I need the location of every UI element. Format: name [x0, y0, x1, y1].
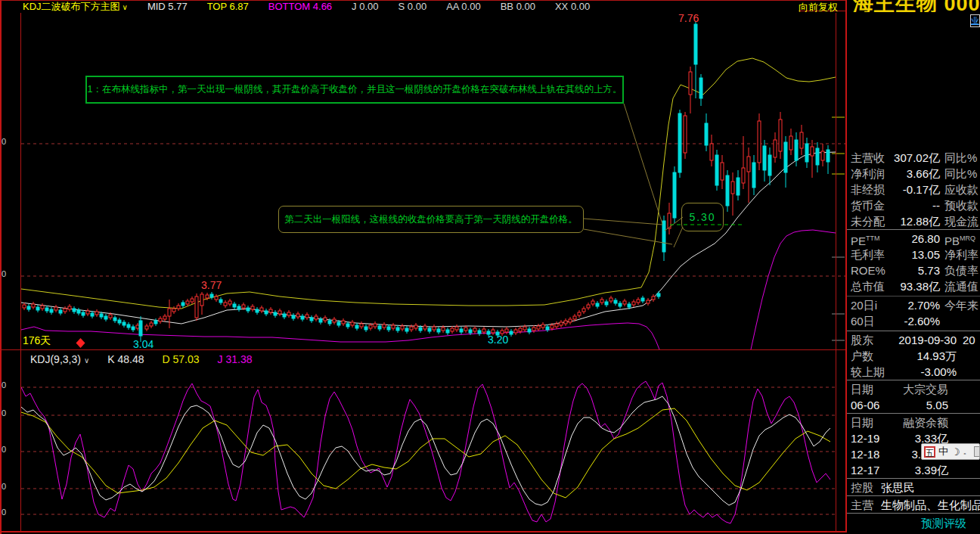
- link-button[interactable]: 业: [970, 14, 980, 27]
- chevron-down-icon: ∨: [122, 3, 128, 11]
- indicator-value: S 0.00: [399, 1, 427, 12]
- chevron-down-icon: ∨: [84, 356, 89, 365]
- price-tag-530: 5.30: [681, 203, 724, 231]
- row-value: 93.38亿: [890, 278, 940, 294]
- kdj-axis-fragment: 0: [2, 446, 6, 454]
- low-price-label-1: 3.04: [133, 339, 154, 349]
- days-count-label: 176天: [23, 335, 51, 346]
- row-right-label: 同比%: [944, 150, 980, 166]
- row-value: 14.93万: [890, 348, 957, 364]
- holders-section: 股东2019-09-3020户数14.93万较上期-3.00%: [847, 332, 980, 380]
- row-label: 未分配: [851, 213, 890, 229]
- separator: [847, 331, 980, 331]
- row-value: 张思民: [881, 480, 980, 495]
- row-value: 3.66亿: [890, 166, 940, 182]
- annotation-note-1: 1：在布林线指标中，第一天出现一根阴线，其开盘价高于收盘价，并且这一根阴线的开盘…: [85, 76, 624, 104]
- row-label: 20日i: [851, 297, 890, 313]
- forecast-rating-link[interactable]: 预测评级: [921, 517, 966, 531]
- row-label: 较上期: [851, 364, 890, 380]
- row-date: 06-06: [851, 397, 890, 413]
- annotation-note-2: 第二天出一根阳线，这根线的收盘价格要高于第一天阴线的开盘价格。: [278, 206, 584, 233]
- kdj-title: KDJ(9,3,3): [30, 353, 81, 365]
- momentum-row: 20日i2.70%今年来: [847, 297, 980, 313]
- financial-row: 主营收307.02亿同比%: [847, 150, 980, 166]
- valuation-row: PETTM26.80PBMRQ: [847, 231, 980, 247]
- block-trade-section: 日期大宗交易06-065.05: [847, 381, 980, 413]
- annotation-text: 第二天出一根阳线，这根线的收盘价格要高于第一天阴线的开盘价格。: [284, 213, 578, 226]
- holder-row: 股东2019-09-3020: [847, 332, 980, 348]
- row-right-label: 同比%: [944, 166, 980, 182]
- low-price-label-2: 3.20: [488, 334, 508, 345]
- valuation-row: 毛利率13.05净利率: [847, 247, 980, 262]
- financial-row: 货币金--预收款: [847, 197, 980, 213]
- link-text: 业: [971, 16, 979, 25]
- stock-name-text: 海王生物 0000: [853, 0, 980, 12]
- col-header: 日期: [851, 381, 890, 397]
- separator: [847, 478, 980, 479]
- border-bottom: [0, 531, 980, 532]
- main-axis-fragment: 0: [2, 270, 6, 278]
- separator: [847, 296, 980, 296]
- row-label: 股东: [851, 332, 890, 348]
- row-value: -2.60%: [890, 313, 940, 329]
- row-date: 12-18: [851, 446, 890, 462]
- row-value: 2019-09-30: [890, 332, 957, 348]
- main-axis-fragment: 0: [2, 138, 6, 146]
- indicator-value: BB 0.00: [501, 1, 535, 12]
- indicator-value: TOP 6.87: [207, 1, 249, 12]
- peak-price-label: 3.77: [201, 280, 222, 290]
- separator: [847, 513, 980, 514]
- row-value: 2.70%: [890, 297, 940, 313]
- margin-row: 12-173.39亿: [847, 462, 980, 478]
- controller-section: 控股张思民: [847, 480, 980, 495]
- kdj-header: KDJ(9,3,3)∨ K 48.48 D 57.03 J 31.38: [0, 350, 845, 368]
- row-label: 户数: [851, 348, 890, 364]
- kdj-indicator-selector[interactable]: KDJ(9,3,3)∨: [30, 353, 89, 365]
- row-value: 26.80: [890, 231, 940, 247]
- stock-name: 海王生物 0000: [853, 0, 980, 12]
- app-window: 1.81.51.20.90.60.3020182019 KDJ二波破布下方主图∨…: [0, 0, 980, 534]
- col-header: 日期: [851, 414, 890, 430]
- row-date: 12-17: [851, 462, 890, 478]
- col-header: 大宗交易: [890, 381, 980, 397]
- financial-row: 未分配12.88亿现金流: [847, 213, 980, 229]
- kdj-j-value: J 31.38: [218, 353, 253, 365]
- ime-lang-button[interactable]: 中: [938, 445, 948, 458]
- indicator-selector[interactable]: KDJ二波破布下方主图∨: [23, 0, 128, 14]
- indicator-value: BOTTOM 4.66: [268, 1, 332, 12]
- row-label: 总市值: [851, 278, 890, 294]
- row-value: 3.39亿: [890, 462, 980, 478]
- holder-row: 较上期-3.00%: [847, 364, 980, 380]
- row-right-label: 净利率: [944, 247, 980, 262]
- row-right-label: [944, 313, 980, 329]
- row-value: 生物制品、生化制品: [881, 497, 980, 513]
- row-value: -3.00%: [890, 364, 957, 380]
- kdj-axis-fragment: 0: [2, 409, 6, 418]
- annotation-text: 1：在布林线指标中，第一天出现一根阴线，其开盘价高于收盘价，并且这一根阴线的开盘…: [88, 83, 622, 96]
- momentum-row: 60日-2.60%: [847, 313, 980, 329]
- price-tag-text: 5.30: [689, 211, 715, 223]
- ime-wubi-button[interactable]: 五: [924, 446, 935, 458]
- indicator-value: XX 0.00: [555, 1, 590, 12]
- row-value: 307.02亿: [890, 150, 940, 166]
- adjust-mode-button[interactable]: 向前复权: [799, 1, 838, 14]
- row-label: ROE%: [851, 262, 890, 278]
- holder-row: 户数14.93万: [847, 348, 980, 364]
- border-left: [0, 0, 2, 534]
- kdj-axis-fragment: 0: [2, 508, 6, 517]
- row-right-label: 负债率: [944, 262, 980, 278]
- ime-clipped-button[interactable]: [974, 446, 980, 457]
- indicator-name: KDJ二波破布下方主图: [23, 1, 120, 12]
- valuation-row: ROE%5.73负债率: [847, 262, 980, 278]
- indicator-topbar: KDJ二波破布下方主图∨ MID 5.77TOP 6.87BOTTOM 4.66…: [0, 0, 845, 13]
- row-right-label: 流通值: [944, 278, 980, 294]
- separator: [847, 229, 980, 230]
- moon-icon[interactable]: ☽: [951, 446, 960, 458]
- valuation-row: 总市值93.38亿流通值: [847, 278, 980, 294]
- row-label: 主营: [851, 497, 881, 513]
- row-right-label: [963, 348, 980, 364]
- ime-punct-button[interactable]: 。: [963, 446, 971, 457]
- row-right-label: PBMRQ: [944, 231, 980, 247]
- indicator-value: J 0.00: [352, 1, 378, 12]
- row-label: 控股: [851, 480, 881, 495]
